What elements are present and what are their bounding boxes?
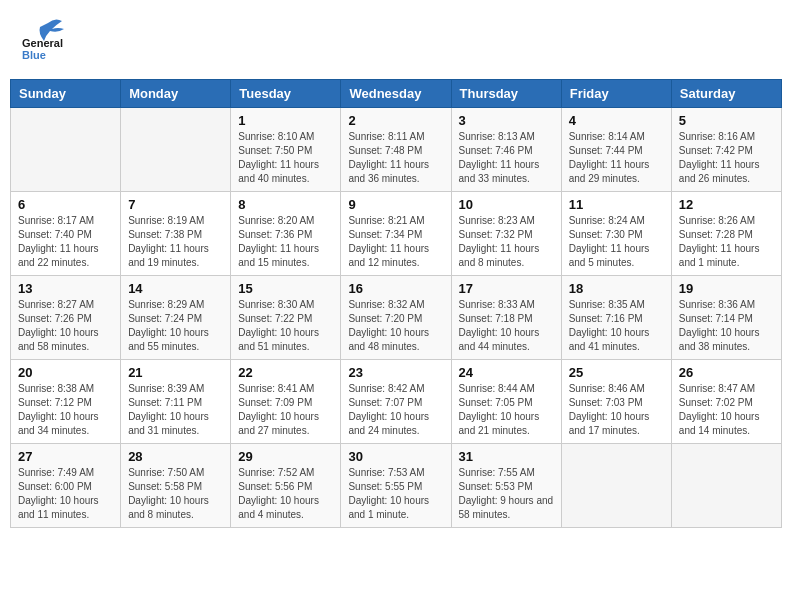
calendar-cell <box>561 444 671 528</box>
day-number: 18 <box>569 281 664 296</box>
day-number: 19 <box>679 281 774 296</box>
day-number: 29 <box>238 449 333 464</box>
calendar-cell <box>121 108 231 192</box>
day-number: 6 <box>18 197 113 212</box>
day-info: Sunrise: 8:24 AM Sunset: 7:30 PM Dayligh… <box>569 214 664 270</box>
day-number: 1 <box>238 113 333 128</box>
day-number: 27 <box>18 449 113 464</box>
calendar-cell: 10Sunrise: 8:23 AM Sunset: 7:32 PM Dayli… <box>451 192 561 276</box>
calendar-cell: 26Sunrise: 8:47 AM Sunset: 7:02 PM Dayli… <box>671 360 781 444</box>
day-number: 11 <box>569 197 664 212</box>
calendar-cell: 29Sunrise: 7:52 AM Sunset: 5:56 PM Dayli… <box>231 444 341 528</box>
calendar-cell: 28Sunrise: 7:50 AM Sunset: 5:58 PM Dayli… <box>121 444 231 528</box>
calendar-cell: 1Sunrise: 8:10 AM Sunset: 7:50 PM Daylig… <box>231 108 341 192</box>
calendar-week-row: 1Sunrise: 8:10 AM Sunset: 7:50 PM Daylig… <box>11 108 782 192</box>
day-info: Sunrise: 8:33 AM Sunset: 7:18 PM Dayligh… <box>459 298 554 354</box>
calendar-cell: 12Sunrise: 8:26 AM Sunset: 7:28 PM Dayli… <box>671 192 781 276</box>
calendar-cell: 19Sunrise: 8:36 AM Sunset: 7:14 PM Dayli… <box>671 276 781 360</box>
day-number: 8 <box>238 197 333 212</box>
calendar-cell <box>11 108 121 192</box>
day-info: Sunrise: 8:38 AM Sunset: 7:12 PM Dayligh… <box>18 382 113 438</box>
day-info: Sunrise: 8:20 AM Sunset: 7:36 PM Dayligh… <box>238 214 333 270</box>
calendar-cell: 4Sunrise: 8:14 AM Sunset: 7:44 PM Daylig… <box>561 108 671 192</box>
day-info: Sunrise: 8:39 AM Sunset: 7:11 PM Dayligh… <box>128 382 223 438</box>
day-info: Sunrise: 8:19 AM Sunset: 7:38 PM Dayligh… <box>128 214 223 270</box>
calendar-cell: 9Sunrise: 8:21 AM Sunset: 7:34 PM Daylig… <box>341 192 451 276</box>
calendar-cell: 17Sunrise: 8:33 AM Sunset: 7:18 PM Dayli… <box>451 276 561 360</box>
calendar-cell: 11Sunrise: 8:24 AM Sunset: 7:30 PM Dayli… <box>561 192 671 276</box>
column-header-sunday: Sunday <box>11 80 121 108</box>
day-number: 7 <box>128 197 223 212</box>
column-header-saturday: Saturday <box>671 80 781 108</box>
day-info: Sunrise: 8:36 AM Sunset: 7:14 PM Dayligh… <box>679 298 774 354</box>
day-number: 9 <box>348 197 443 212</box>
day-info: Sunrise: 8:30 AM Sunset: 7:22 PM Dayligh… <box>238 298 333 354</box>
day-number: 31 <box>459 449 554 464</box>
day-info: Sunrise: 7:55 AM Sunset: 5:53 PM Dayligh… <box>459 466 554 522</box>
day-number: 30 <box>348 449 443 464</box>
day-info: Sunrise: 7:52 AM Sunset: 5:56 PM Dayligh… <box>238 466 333 522</box>
calendar-cell: 6Sunrise: 8:17 AM Sunset: 7:40 PM Daylig… <box>11 192 121 276</box>
day-info: Sunrise: 8:35 AM Sunset: 7:16 PM Dayligh… <box>569 298 664 354</box>
day-info: Sunrise: 8:42 AM Sunset: 7:07 PM Dayligh… <box>348 382 443 438</box>
logo-icon: General Blue <box>20 15 70 60</box>
column-header-tuesday: Tuesday <box>231 80 341 108</box>
day-info: Sunrise: 8:41 AM Sunset: 7:09 PM Dayligh… <box>238 382 333 438</box>
day-number: 23 <box>348 365 443 380</box>
day-number: 15 <box>238 281 333 296</box>
day-number: 3 <box>459 113 554 128</box>
day-number: 22 <box>238 365 333 380</box>
day-number: 13 <box>18 281 113 296</box>
day-info: Sunrise: 8:32 AM Sunset: 7:20 PM Dayligh… <box>348 298 443 354</box>
day-number: 20 <box>18 365 113 380</box>
day-number: 17 <box>459 281 554 296</box>
day-info: Sunrise: 7:50 AM Sunset: 5:58 PM Dayligh… <box>128 466 223 522</box>
day-number: 21 <box>128 365 223 380</box>
calendar-cell: 2Sunrise: 8:11 AM Sunset: 7:48 PM Daylig… <box>341 108 451 192</box>
calendar-week-row: 13Sunrise: 8:27 AM Sunset: 7:26 PM Dayli… <box>11 276 782 360</box>
day-info: Sunrise: 7:49 AM Sunset: 6:00 PM Dayligh… <box>18 466 113 522</box>
day-info: Sunrise: 8:23 AM Sunset: 7:32 PM Dayligh… <box>459 214 554 270</box>
calendar-cell: 25Sunrise: 8:46 AM Sunset: 7:03 PM Dayli… <box>561 360 671 444</box>
calendar-cell: 30Sunrise: 7:53 AM Sunset: 5:55 PM Dayli… <box>341 444 451 528</box>
day-info: Sunrise: 8:26 AM Sunset: 7:28 PM Dayligh… <box>679 214 774 270</box>
day-info: Sunrise: 8:14 AM Sunset: 7:44 PM Dayligh… <box>569 130 664 186</box>
svg-text:General: General <box>22 37 63 49</box>
calendar-cell <box>671 444 781 528</box>
column-header-thursday: Thursday <box>451 80 561 108</box>
day-number: 14 <box>128 281 223 296</box>
day-number: 12 <box>679 197 774 212</box>
day-number: 25 <box>569 365 664 380</box>
day-number: 28 <box>128 449 223 464</box>
calendar-cell: 15Sunrise: 8:30 AM Sunset: 7:22 PM Dayli… <box>231 276 341 360</box>
calendar-cell: 5Sunrise: 8:16 AM Sunset: 7:42 PM Daylig… <box>671 108 781 192</box>
day-info: Sunrise: 8:44 AM Sunset: 7:05 PM Dayligh… <box>459 382 554 438</box>
day-info: Sunrise: 8:10 AM Sunset: 7:50 PM Dayligh… <box>238 130 333 186</box>
header: General Blue <box>10 10 782 69</box>
day-info: Sunrise: 8:29 AM Sunset: 7:24 PM Dayligh… <box>128 298 223 354</box>
day-info: Sunrise: 8:21 AM Sunset: 7:34 PM Dayligh… <box>348 214 443 270</box>
calendar-cell: 13Sunrise: 8:27 AM Sunset: 7:26 PM Dayli… <box>11 276 121 360</box>
day-number: 26 <box>679 365 774 380</box>
calendar-cell: 27Sunrise: 7:49 AM Sunset: 6:00 PM Dayli… <box>11 444 121 528</box>
svg-text:Blue: Blue <box>22 49 46 60</box>
day-info: Sunrise: 8:11 AM Sunset: 7:48 PM Dayligh… <box>348 130 443 186</box>
day-number: 10 <box>459 197 554 212</box>
column-header-friday: Friday <box>561 80 671 108</box>
calendar-week-row: 27Sunrise: 7:49 AM Sunset: 6:00 PM Dayli… <box>11 444 782 528</box>
logo: General Blue <box>20 15 70 64</box>
calendar-cell: 20Sunrise: 8:38 AM Sunset: 7:12 PM Dayli… <box>11 360 121 444</box>
column-header-wednesday: Wednesday <box>341 80 451 108</box>
calendar-week-row: 20Sunrise: 8:38 AM Sunset: 7:12 PM Dayli… <box>11 360 782 444</box>
day-number: 4 <box>569 113 664 128</box>
calendar-header-row: SundayMondayTuesdayWednesdayThursdayFrid… <box>11 80 782 108</box>
calendar-cell: 18Sunrise: 8:35 AM Sunset: 7:16 PM Dayli… <box>561 276 671 360</box>
column-header-monday: Monday <box>121 80 231 108</box>
day-info: Sunrise: 8:27 AM Sunset: 7:26 PM Dayligh… <box>18 298 113 354</box>
calendar-cell: 14Sunrise: 8:29 AM Sunset: 7:24 PM Dayli… <box>121 276 231 360</box>
day-number: 16 <box>348 281 443 296</box>
calendar-week-row: 6Sunrise: 8:17 AM Sunset: 7:40 PM Daylig… <box>11 192 782 276</box>
calendar-cell: 7Sunrise: 8:19 AM Sunset: 7:38 PM Daylig… <box>121 192 231 276</box>
day-info: Sunrise: 8:13 AM Sunset: 7:46 PM Dayligh… <box>459 130 554 186</box>
day-info: Sunrise: 8:47 AM Sunset: 7:02 PM Dayligh… <box>679 382 774 438</box>
